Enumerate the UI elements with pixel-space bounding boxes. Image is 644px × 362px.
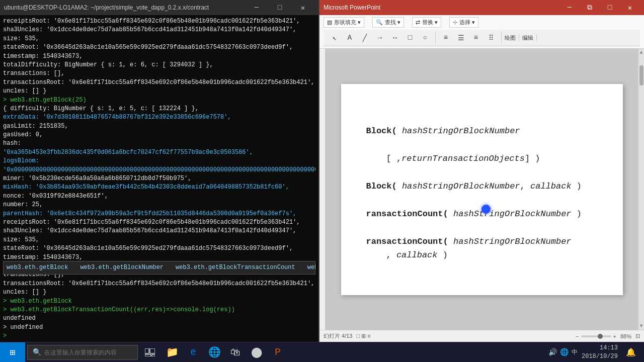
rect-tool[interactable]: □ bbox=[403, 32, 417, 44]
slide-area[interactable]: Block( hashStringOrBlockNumber [ ,return… bbox=[326, 49, 638, 330]
line-tool[interactable]: ╱ bbox=[358, 32, 372, 44]
autocomplete-item-1[interactable]: web3.eth.getBlockNumber bbox=[80, 263, 164, 272]
method-getblock1-prefix: Block( bbox=[366, 124, 397, 138]
method-txcount1-param: hashStringOrBlockNumber bbox=[448, 207, 577, 221]
terminal-line: sha3Uncles: '0x1dcc4de8dec75d7aab85b567b… bbox=[3, 26, 315, 34]
volume-icon[interactable]: 🔊 bbox=[548, 348, 557, 356]
svg-rect-3 bbox=[152, 354, 155, 356]
dbl-arrow-tool[interactable]: ↔ bbox=[388, 32, 402, 44]
powerpoint-window: Microsoft PowerPoint ─ ⧉ □ ✕ ▧ 形状填充 ▾ 🔍 … bbox=[319, 0, 644, 342]
edge-button[interactable]: e bbox=[183, 342, 203, 363]
draw-tools: ↖ A ╱ → ↔ □ ○ bbox=[328, 32, 436, 44]
find-icon: 🔍 bbox=[376, 19, 383, 26]
terminal-line: transactionsRoot: '0x6e81f171bcc55a6ff83… bbox=[3, 280, 315, 288]
zoom-slider[interactable] bbox=[581, 335, 611, 337]
ppt-minimize-button[interactable]: ─ bbox=[559, 0, 580, 15]
method-row-txcount2: ransactionCount( hashStringOrBlockNumber bbox=[366, 235, 598, 248]
ie-button[interactable]: 🌐 bbox=[204, 342, 224, 363]
method-getblock2-prefix: Block( bbox=[366, 179, 397, 193]
minimize-button[interactable]: ─ bbox=[245, 0, 268, 15]
terminal-line: timestamp: 1540343673, bbox=[3, 52, 315, 61]
terminal-line: > web3.eth.getBlock bbox=[3, 297, 315, 306]
taskbar-icons bbox=[140, 342, 160, 363]
cursor-tool[interactable]: ↖ bbox=[328, 32, 342, 44]
method-getblock1-param: hashStringOrBlockNumber bbox=[397, 124, 520, 138]
terminal-line: receiptsRoot: '0x6e81f171bcc55a6ff8345e6… bbox=[3, 17, 315, 26]
replace-icon: ⇄ bbox=[416, 19, 420, 26]
autocomplete-item-3[interactable]: web3.eth.getBlockUncleCount bbox=[307, 263, 315, 272]
align-right-tool[interactable]: ≡ bbox=[469, 32, 483, 44]
search-icon: 🔍 bbox=[33, 348, 41, 356]
maximize-button[interactable]: □ bbox=[268, 0, 291, 15]
terminal-line: > web3.eth.getBlockTransactionCount((err… bbox=[3, 306, 315, 314]
terminal-line: { difficulty: BigNumber { s: 1, e: 5, c:… bbox=[3, 105, 315, 113]
file-explorer-button[interactable]: 📁 bbox=[162, 342, 182, 363]
method-row-getblock1: Block( hashStringOrBlockNumber bbox=[366, 124, 598, 138]
taskbar-search-box[interactable]: 🔍 bbox=[27, 345, 138, 360]
ppt-title: Microsoft PowerPoint bbox=[324, 4, 380, 11]
shape-fill-label[interactable]: 形状填充 ▾ bbox=[334, 19, 361, 26]
fit-icon[interactable]: ⊡ bbox=[635, 333, 640, 339]
ppt-restore-button[interactable]: ⧉ bbox=[580, 0, 600, 15]
method-txcount2-param: hashStringOrBlockNumber bbox=[448, 235, 572, 248]
terminal-line: > web3.eth.getBlock(25) bbox=[3, 96, 315, 105]
method-txcount2-line2: , callback ) bbox=[386, 248, 448, 262]
arrow-tool[interactable]: → bbox=[373, 32, 387, 44]
scroll-thumb[interactable] bbox=[639, 65, 643, 85]
draw-label: 绘图 bbox=[505, 34, 516, 42]
taskbar: ⊞ 🔍 📁 e 🌐 🛍 ⬤ P 🔊 🌐 中 14:13 2018 bbox=[0, 342, 644, 362]
chrome-button[interactable]: ⬤ bbox=[247, 342, 267, 363]
text-tool[interactable]: A bbox=[343, 32, 357, 44]
powerpoint-button[interactable]: P bbox=[268, 342, 288, 363]
ppt-close-button[interactable]: ✕ bbox=[620, 0, 640, 15]
distribute-tool[interactable]: ⠿ bbox=[484, 32, 498, 44]
find-label[interactable]: 查找 ▾ bbox=[385, 19, 400, 26]
terminal-content[interactable]: receiptsRoot: '0x6e81f171bcc55a6ff8345e6… bbox=[0, 15, 318, 342]
edit-label-group: 编辑 bbox=[522, 34, 537, 42]
terminal-line: number: 25, bbox=[3, 201, 315, 209]
terminal-line: > undefined bbox=[3, 323, 315, 332]
network-icon[interactable]: 🌐 bbox=[560, 348, 569, 356]
align-left-tool[interactable]: ≡ bbox=[439, 32, 453, 44]
select-label[interactable]: 选择 ▾ bbox=[459, 19, 475, 26]
autocomplete-item-0[interactable]: web3.eth.getBlock bbox=[7, 263, 68, 272]
ppt-fullscreen-button[interactable]: □ bbox=[600, 0, 620, 15]
system-clock[interactable]: 14:13 2018/10/29 bbox=[582, 344, 618, 361]
terminal-line: sha3Uncles: '0x1dcc4de8dec75d7aab85b567b… bbox=[3, 227, 315, 235]
slide-info: 幻灯片 4/13 bbox=[324, 332, 352, 340]
start-button[interactable]: ⊞ bbox=[0, 342, 25, 363]
input-icon[interactable]: 中 bbox=[572, 348, 578, 356]
notification-button[interactable]: 🔔 bbox=[622, 342, 640, 363]
autocomplete-item-2[interactable]: web3.eth.getBlockTransactionCount bbox=[176, 263, 295, 272]
terminal-line: stateRoot: '0x36645d263a8c1e10a565e59c99… bbox=[3, 43, 315, 52]
ppt-ribbon-top: ▧ 形状填充 ▾ 🔍 查找 ▾ ⇄ 替换 ▾ ⊹ 选择 ▾ bbox=[324, 17, 640, 28]
taskbar-tray: 🔊 🌐 中 14:13 2018/10/29 🔔 bbox=[548, 342, 644, 363]
terminal-titlebar: ubuntu@DESKTOP-LO1AMA2: ~/project/simple… bbox=[0, 0, 318, 15]
zoom-in-icon[interactable]: + bbox=[613, 333, 616, 339]
svg-rect-2 bbox=[145, 354, 151, 356]
align-center-tool[interactable]: ☰ bbox=[454, 32, 468, 44]
slides-panel bbox=[319, 49, 326, 330]
ppt-titlebar: Microsoft PowerPoint ─ ⧉ □ ✕ bbox=[319, 0, 644, 15]
zoom-level: 88% bbox=[620, 333, 631, 339]
store-button[interactable]: 🛍 bbox=[225, 342, 246, 363]
method-row-getblock2: Block( hashStringOrBlockNumber , callbac… bbox=[366, 179, 598, 193]
task-view-button[interactable] bbox=[140, 342, 160, 363]
terminal-line: miner: '0x5b230ecde56a9a50a6a6b8650712db… bbox=[3, 174, 315, 183]
search-input[interactable] bbox=[44, 349, 125, 356]
ppt-scrollbar[interactable]: ▲ ▼ bbox=[638, 49, 644, 330]
terminal-title: ubuntu@DESKTOP-LO1AMA2: ~/project/simple… bbox=[4, 4, 209, 11]
replace-label[interactable]: 替换 ▾ bbox=[422, 19, 438, 26]
method-getblock2-suffix: , callback ) bbox=[520, 179, 582, 193]
close-button[interactable]: ✕ bbox=[291, 0, 314, 15]
terminal-line: '0xa365b453e3fbb2836dc435f0d061a6bcfc702… bbox=[3, 148, 315, 157]
svg-rect-0 bbox=[145, 348, 149, 353]
ellipse-tool[interactable]: ○ bbox=[418, 32, 432, 44]
terminal-line: transactionsRoot: '0x6e81f171bcc55a6ff83… bbox=[3, 78, 315, 87]
ppt-toolbar: ↖ A ╱ → ↔ □ ○ ≡ ☰ ≡ ⠿ 绘图 编 bbox=[324, 30, 640, 46]
terminal-line: undefined bbox=[3, 314, 315, 323]
terminal-line: gasLimit: 2151835, bbox=[3, 122, 315, 131]
method-row-getblock1-line2: [ ,returnTransactionObjects] ) bbox=[366, 152, 598, 165]
zoom-out-icon[interactable]: − bbox=[576, 333, 579, 339]
zoom-control[interactable]: − + 88% bbox=[576, 333, 631, 339]
